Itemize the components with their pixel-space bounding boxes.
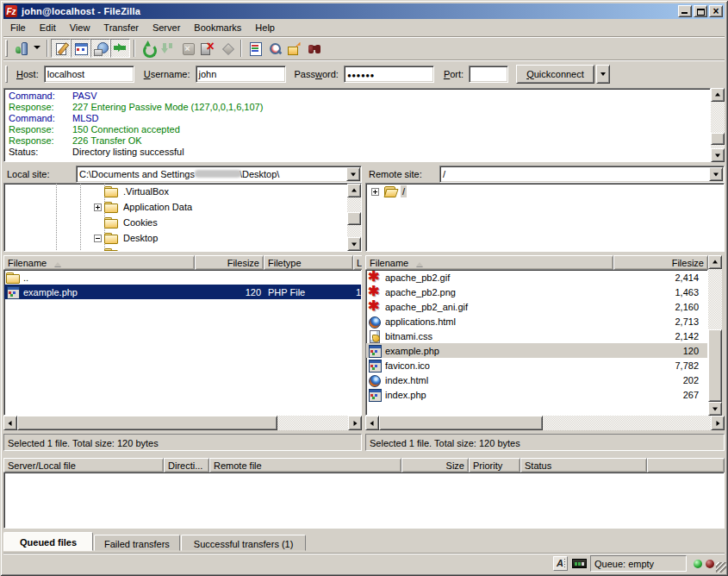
redacted-username [195, 170, 241, 178]
toolbar-button[interactable] [245, 39, 264, 58]
toolbar-button[interactable] [138, 39, 158, 58]
local-tree-item[interactable]: Desktop [4, 230, 347, 246]
remote-file-row[interactable]: apache_pb2.gif 2,414 [366, 270, 707, 285]
remote-file-row[interactable]: index.php 267 [366, 387, 707, 402]
tree-expander[interactable] [94, 203, 102, 211]
tree-expander[interactable] [94, 235, 102, 242]
menu-item[interactable]: Server [146, 21, 187, 34]
quickconnect-dropdown-button[interactable] [596, 65, 610, 84]
toolbar-grip[interactable] [5, 40, 8, 57]
maximize-button[interactable] [694, 5, 707, 17]
column-status[interactable]: Status [520, 458, 647, 473]
quickconnect-button[interactable]: Quickconnect [516, 65, 594, 84]
remote-site-combo[interactable]: / [439, 166, 725, 183]
remote-pane: Remote site: / / Filename Filesize [365, 166, 725, 452]
password-label: Password: [295, 69, 339, 79]
minimize-button[interactable] [678, 5, 692, 17]
local-tree-item[interactable]: Application Data [4, 199, 347, 215]
log-line: Response:227 Entering Passive Mode (127,… [9, 102, 710, 113]
column-filetype[interactable]: Filetype [264, 255, 353, 270]
menu-item[interactable]: File [3, 21, 33, 34]
menu-item[interactable]: Help [248, 21, 282, 34]
remote-file-row[interactable]: apache_pb2_ani.gif 2,160 [366, 299, 707, 314]
toolbar-button[interactable] [90, 39, 110, 58]
local-tree-scrollbar[interactable] [347, 184, 361, 251]
username-input[interactable]: john [196, 66, 286, 83]
remote-combo-dropdown[interactable] [709, 167, 723, 181]
title-bar[interactable]: Fz john@localhost - FileZilla × [3, 3, 725, 19]
toolbar-button[interactable] [217, 39, 237, 58]
menu-item[interactable]: Bookmarks [187, 21, 248, 34]
file-icon [368, 344, 382, 358]
local-tree-item[interactable] [4, 246, 347, 252]
column-filename[interactable]: Filename [365, 255, 613, 270]
column-filesize[interactable]: Filesize [195, 255, 264, 270]
toolbar-button[interactable] [110, 39, 130, 58]
toolbar-button[interactable] [158, 39, 177, 58]
remote-hscrollbar[interactable] [365, 416, 725, 430]
quickbar-grip[interactable] [5, 66, 8, 83]
remote-file-list: apache_pb2.gif 2,414 apache_pb2.png 1,46… [365, 270, 708, 416]
local-file-row[interactable]: example.php 120 PHP File 1 [4, 285, 361, 299]
local-tree-item[interactable]: .VirtualBox [4, 184, 347, 199]
column-filename[interactable]: Filename [3, 255, 195, 270]
remote-tree-item[interactable]: / [366, 184, 724, 199]
remote-file-row[interactable]: apache_pb2.png 1,463 [366, 285, 707, 299]
queue-tab[interactable]: Failed transfers [94, 535, 180, 551]
remote-file-row[interactable]: favicon.ico 7,782 [366, 358, 707, 373]
column-filler [647, 458, 725, 473]
menu-item[interactable]: Edit [33, 21, 63, 34]
toolbar-button[interactable] [51, 39, 71, 58]
menu-item[interactable]: Transfer [96, 21, 146, 34]
remote-file-row[interactable]: bitnami.css 2,142 [366, 329, 707, 343]
column-lastmodified[interactable]: L [353, 255, 362, 270]
toolbar-button[interactable] [284, 39, 304, 58]
remote-file-row[interactable]: index.html 202 [366, 373, 707, 387]
tree-expander[interactable] [371, 188, 379, 196]
queue-tab[interactable]: Successful transfers (1) [181, 535, 307, 551]
local-hscrollbar[interactable] [3, 416, 362, 430]
file-icon [368, 315, 382, 329]
column-direction[interactable]: Directi... [164, 458, 209, 473]
queue-tab[interactable]: Queued files [3, 532, 93, 551]
resize-grip[interactable] [716, 562, 726, 573]
menu-item[interactable]: View [63, 21, 97, 34]
scroll-down-icon [715, 154, 720, 160]
host-input[interactable]: localhost [44, 66, 134, 83]
close-button[interactable]: × [709, 5, 723, 17]
toolbar-button[interactable] [197, 39, 217, 58]
transfer-type-icon[interactable] [553, 556, 568, 571]
queue-body [3, 473, 725, 529]
speed-limits-icon[interactable] [572, 559, 587, 568]
local-file-list: .. example.php 120 PHP File 1 [3, 270, 362, 416]
port-input[interactable] [469, 66, 508, 83]
column-filesize[interactable]: Filesize [613, 255, 708, 270]
toolbar-button[interactable] [237, 39, 245, 58]
toolbar-button[interactable] [264, 39, 284, 58]
toolbar-button[interactable] [11, 39, 31, 58]
remote-selection-status: Selected 1 file. Total size: 120 bytes [365, 434, 725, 451]
local-tree: .VirtualBoxApplication DataCookiesDeskto… [3, 183, 362, 252]
column-remote-file[interactable]: Remote file [209, 458, 401, 473]
file-icon [6, 271, 20, 285]
toolbar-button[interactable] [304, 39, 324, 58]
toolbar-button[interactable] [177, 39, 197, 58]
password-input[interactable]: ●●●●●● [344, 66, 434, 83]
toolbar-button[interactable] [71, 39, 90, 58]
queue-header: Server/Local file Directi... Remote file… [3, 458, 725, 473]
remote-file-row[interactable]: example.php 120 [366, 343, 707, 358]
remote-file-row[interactable]: applications.html 2,713 [366, 314, 707, 329]
local-file-row[interactable]: .. [4, 270, 361, 285]
column-priority[interactable]: Priority [469, 458, 520, 473]
local-tree-item[interactable]: Cookies [4, 215, 347, 230]
toolbar-button[interactable] [130, 39, 138, 58]
remote-list-scrollbar[interactable] [708, 255, 722, 416]
column-size[interactable]: Size [401, 458, 469, 473]
log-scrollbar[interactable] [711, 88, 725, 162]
local-site-combo[interactable]: C:\Documents and Settings\Desktop\ [76, 166, 362, 183]
toolbar-button[interactable] [31, 39, 43, 58]
column-server-local-file[interactable]: Server/Local file [3, 458, 164, 473]
toolbar-button[interactable] [43, 39, 51, 58]
local-combo-dropdown[interactable] [346, 167, 360, 181]
scroll-up-icon [715, 91, 720, 97]
